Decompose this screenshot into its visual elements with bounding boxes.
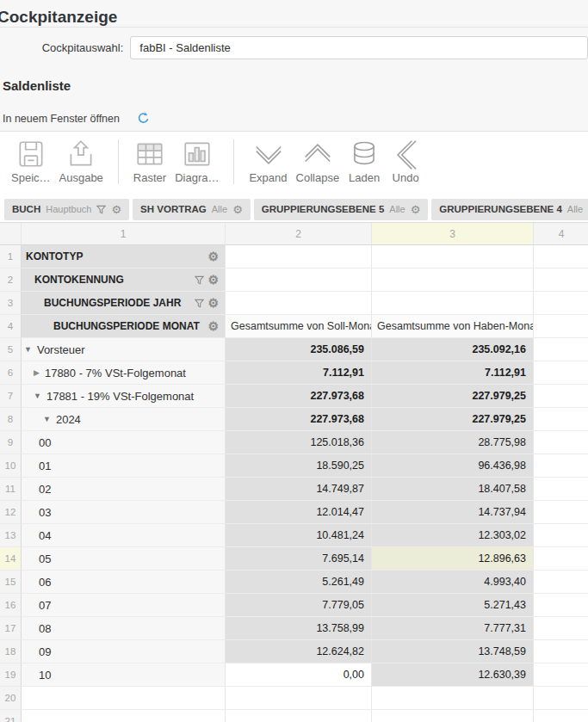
row-label-cell[interactable]: 03	[22, 501, 226, 524]
column-4-cell[interactable]	[534, 292, 588, 315]
diagram-button[interactable]: Diagra…	[170, 138, 223, 184]
row-label-cell[interactable]: KONTOTYP⚙	[22, 245, 226, 268]
haben-monat-cell[interactable]: 28.775,98	[372, 431, 534, 454]
column-4-cell[interactable]	[534, 640, 588, 663]
row-label-cell[interactable]: 04	[22, 524, 226, 547]
column-4-cell[interactable]	[534, 501, 588, 524]
filter-icon[interactable]	[195, 299, 204, 308]
row-label-cell[interactable]: ▶17880 - 7% VSt-Folgemonat	[22, 361, 226, 385]
haben-monat-cell[interactable]: 12.896,63	[372, 547, 534, 571]
soll-monat-cell[interactable]: 0,00	[226, 663, 372, 687]
expand-arrow[interactable]: ▼	[34, 392, 41, 400]
output-button[interactable]: Ausgabe	[55, 138, 108, 184]
row-number[interactable]: 9	[0, 431, 22, 454]
soll-monat-cell[interactable]	[226, 687, 372, 710]
open-new-window-link[interactable]: In neuem Fenster öffnen	[3, 113, 120, 125]
soll-monat-cell[interactable]: 14.749,87	[226, 478, 372, 501]
haben-monat-cell[interactable]: 14.737,94	[372, 501, 534, 524]
haben-monat-cell[interactable]: 235.092,16	[372, 338, 534, 361]
row-label-cell[interactable]: 00	[22, 431, 226, 454]
expand-arrow[interactable]: ▶	[34, 368, 40, 377]
row-number[interactable]: 1	[0, 245, 22, 268]
haben-monat-cell[interactable]	[372, 268, 534, 292]
row-number[interactable]: 20	[0, 687, 22, 710]
haben-monat-cell[interactable]: 13.748,59	[372, 640, 534, 663]
haben-monat-cell[interactable]: 12.630,39	[372, 663, 534, 687]
row-label-cell[interactable]: 08	[22, 617, 226, 640]
row-number[interactable]: 12	[0, 501, 22, 524]
row-number[interactable]: 3	[0, 292, 22, 315]
row-label-cell[interactable]: 09	[22, 640, 226, 663]
row-number[interactable]: 2	[0, 268, 22, 292]
soll-monat-cell[interactable]: 7.779,05	[226, 594, 372, 617]
soll-monat-cell[interactable]	[226, 292, 372, 315]
haben-monat-cell[interactable]: 4.993,40	[372, 571, 534, 594]
row-label-cell[interactable]	[22, 687, 226, 710]
row-number[interactable]: 8	[0, 408, 22, 431]
refresh-icon[interactable]	[137, 112, 150, 125]
soll-monat-cell[interactable]: 12.014,47	[226, 501, 372, 524]
gear-icon[interactable]: ⚙	[411, 204, 421, 215]
column-4-cell[interactable]	[534, 361, 588, 385]
row-label-cell[interactable]: ▼Vorsteuer	[22, 338, 226, 361]
undo-button[interactable]: Undo	[385, 138, 426, 184]
row-label-cell[interactable]: BUCHUNGSPERIODE MONAT⚙	[22, 315, 226, 338]
row-number[interactable]: 21	[0, 710, 22, 722]
gear-icon[interactable]: ⚙	[232, 204, 243, 215]
soll-monat-cell[interactable]: 7.695,14	[226, 547, 372, 571]
row-number[interactable]: 10	[0, 454, 22, 478]
haben-monat-cell[interactable]	[372, 245, 534, 268]
column-4-cell[interactable]	[534, 547, 588, 571]
haben-monat-cell[interactable]	[372, 687, 534, 710]
row-number[interactable]: 4	[0, 315, 22, 338]
soll-monat-cell[interactable]: 7.112,91	[226, 361, 372, 385]
column-header-2[interactable]: 2	[226, 223, 372, 245]
haben-monat-cell[interactable]: 227.979,25	[372, 385, 534, 408]
row-number[interactable]: 16	[0, 594, 22, 617]
gear-icon[interactable]: ⚙	[207, 250, 219, 262]
column-4-cell[interactable]	[534, 315, 588, 338]
column-4-cell[interactable]	[534, 268, 588, 292]
column-header-1[interactable]: 1	[22, 223, 226, 245]
soll-monat-cell[interactable]: 12.624,82	[226, 640, 372, 663]
soll-monat-cell[interactable]: 5.261,49	[226, 571, 372, 594]
filter-chip-gruppierungsebene-4[interactable]: GRUPPIERUNGSEBENE 4 Alle ⚙	[431, 199, 588, 220]
soll-monat-cell[interactable]: 13.758,99	[226, 617, 372, 640]
column-header-4[interactable]: 4	[534, 223, 588, 245]
soll-monat-cell[interactable]: 125.018,36	[226, 431, 372, 454]
column-4-cell[interactable]	[534, 617, 588, 640]
row-label-cell[interactable]: 10	[22, 663, 226, 687]
column-4-cell[interactable]	[534, 663, 588, 687]
row-label-cell[interactable]	[22, 710, 226, 722]
row-number[interactable]: 17	[0, 617, 22, 640]
load-button[interactable]: Laden	[344, 138, 385, 184]
row-label-cell[interactable]: 05	[22, 547, 226, 571]
column-4-cell[interactable]	[534, 524, 588, 547]
haben-monat-cell[interactable]: 7.112,91	[372, 361, 534, 385]
haben-monat-cell[interactable]: 7.777,31	[372, 617, 534, 640]
filter-icon[interactable]	[96, 205, 106, 214]
column-4-cell[interactable]	[534, 478, 588, 501]
raster-button[interactable]: Raster	[129, 138, 170, 184]
soll-monat-cell[interactable]: 235.086,59	[226, 338, 372, 361]
row-label-cell[interactable]: ▼17881 - 19% VSt-Folgemonat	[22, 385, 226, 408]
expand-arrow[interactable]: ▼	[24, 345, 32, 354]
column-header-3[interactable]: 3	[372, 223, 534, 245]
row-number[interactable]: 13	[0, 524, 22, 547]
column-4-cell[interactable]	[534, 338, 588, 361]
collapse-button[interactable]: Collapse	[292, 138, 344, 184]
row-number[interactable]: 7	[0, 385, 22, 408]
haben-monat-cell[interactable]: 5.271,43	[372, 594, 534, 617]
row-label-cell[interactable]: 02	[22, 478, 226, 501]
expand-button[interactable]: Expand	[244, 138, 291, 184]
save-button[interactable]: Speic…	[7, 138, 55, 184]
haben-monat-cell[interactable]: 227.979,25	[372, 408, 534, 431]
column-4-cell[interactable]	[534, 245, 588, 268]
filter-chip-sh-vortrag[interactable]: SH VORTRAG Alle ⚙	[133, 199, 251, 220]
soll-monat-cell[interactable]: Gesamtsumme von Soll-Monat	[226, 315, 372, 338]
column-4-cell[interactable]	[534, 571, 588, 594]
haben-monat-cell[interactable]: 12.303,02	[372, 524, 534, 547]
cockpit-select[interactable]: fabBI - Saldenliste	[130, 36, 588, 59]
grid-corner[interactable]	[0, 223, 22, 245]
gear-icon[interactable]: ⚙	[207, 297, 219, 309]
